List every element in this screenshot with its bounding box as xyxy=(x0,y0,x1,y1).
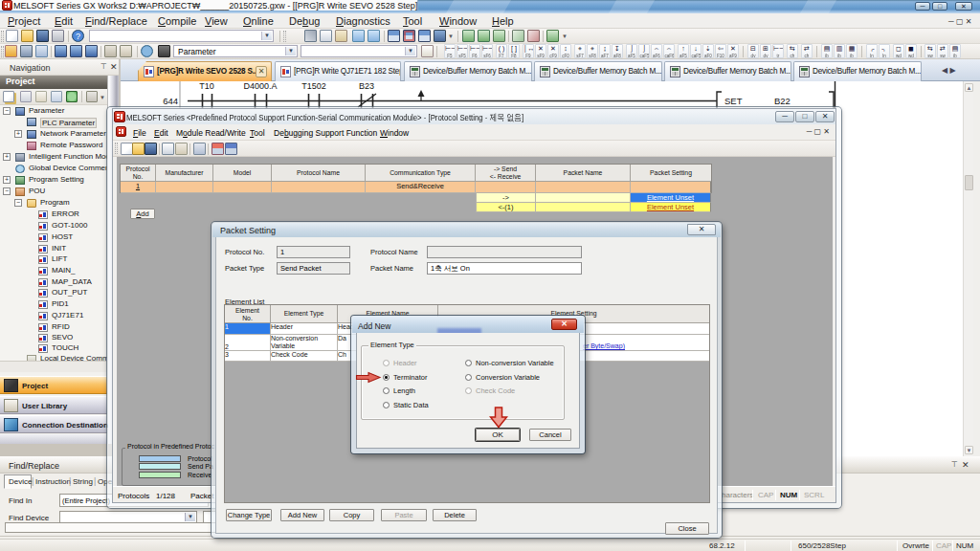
svg-text:SET: SET xyxy=(724,96,743,106)
svg-text:B22: B22 xyxy=(774,96,791,106)
svg-text:T1502: T1502 xyxy=(301,81,326,91)
svg-text:644: 644 xyxy=(163,96,178,106)
svg-text:T10: T10 xyxy=(199,81,214,91)
svg-text:B23: B23 xyxy=(359,81,374,91)
svg-text:D4000.A: D4000.A xyxy=(243,81,277,91)
